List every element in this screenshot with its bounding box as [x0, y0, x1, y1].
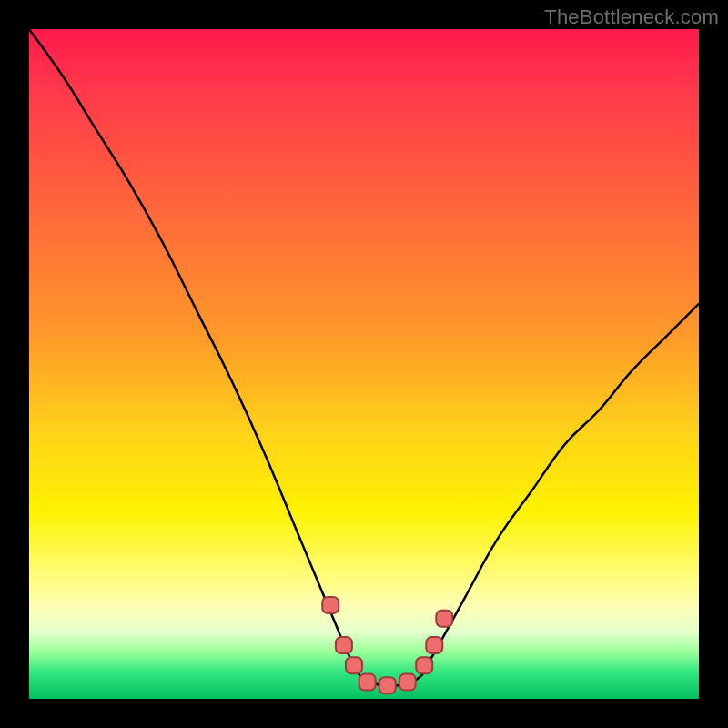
curve-marker	[436, 611, 452, 627]
curve-marker	[336, 637, 352, 653]
chart-frame: TheBottleneck.com	[0, 0, 728, 728]
curve-marker	[426, 637, 442, 653]
bottleneck-curve-path	[29, 29, 699, 686]
curve-marker	[346, 657, 362, 673]
curve-svg	[29, 29, 699, 699]
curve-marker	[399, 674, 416, 691]
curve-marker	[416, 657, 432, 673]
plot-area	[29, 29, 699, 699]
curve-markers	[322, 597, 452, 693]
watermark-text: TheBottleneck.com	[544, 5, 719, 29]
curve-marker	[359, 674, 376, 691]
curve-marker	[379, 677, 396, 693]
curve-marker	[322, 597, 339, 613]
